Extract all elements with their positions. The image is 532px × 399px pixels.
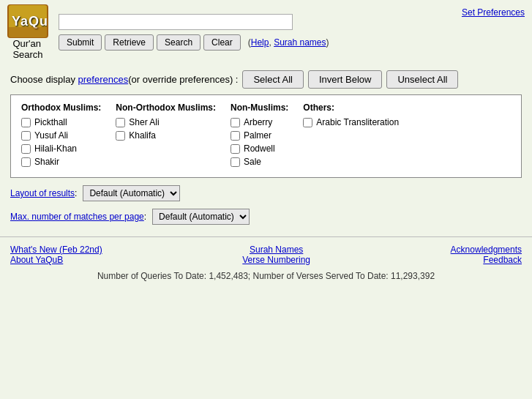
palmer-label[interactable]: Palmer: [231, 130, 288, 141]
footer-right: Acknowledgments Feedback: [451, 245, 522, 265]
whats-new-link[interactable]: What's New (Feb 22nd): [10, 245, 102, 255]
hilali-checkbox[interactable]: [21, 144, 31, 154]
non-muslims-col: Non-Muslims: Arberry Palmer Rodwell Sale: [231, 102, 288, 170]
matches-row: Max. number of matches per page : Defaul…: [10, 209, 522, 225]
translators-box: Orthodox Muslims: Pickthall Yusuf Ali Hi…: [10, 94, 522, 178]
pickthall-checkbox[interactable]: [21, 118, 31, 127]
invert-below-button[interactable]: Invert Below: [308, 70, 383, 89]
layout-colon: :: [75, 188, 77, 198]
clear-button[interactable]: Clear: [203, 34, 241, 51]
acknowledgments-link[interactable]: Acknowledgments: [451, 245, 522, 255]
retrieve-button[interactable]: Retrieve: [105, 34, 154, 51]
svg-rect-2: [9, 27, 47, 37]
search-button[interactable]: Search: [157, 34, 201, 51]
hilali-label[interactable]: Hilali-Khan: [21, 143, 101, 154]
svg-text:YaQuB: YaQuB: [12, 14, 47, 29]
orthodox-col: Orthodox Muslims: Pickthall Yusuf Ali Hi…: [21, 102, 101, 170]
others-heading: Others:: [303, 102, 399, 113]
matches-select[interactable]: Default (Automatic) 10 25 50 100: [152, 209, 250, 225]
khalifa-checkbox[interactable]: [116, 131, 125, 141]
footer-links: What's New (Feb 22nd) About YaQuB Surah …: [0, 236, 532, 268]
footer-mid: Surah Names Verse Numbering: [242, 245, 310, 265]
feedback-link[interactable]: Feedback: [483, 255, 522, 265]
rodwell-checkbox[interactable]: [231, 144, 240, 154]
layout-row: Layout of results : Default (Automatic) …: [10, 185, 522, 201]
preferences-area: Choose display preferences (or override …: [0, 64, 532, 231]
unselect-all-button[interactable]: Unselect All: [386, 70, 458, 89]
footer-stats: Number of Queries To Date: 1,452,483; Nu…: [0, 268, 532, 288]
yusufali-label[interactable]: Yusuf Ali: [21, 130, 101, 141]
choose-display-text: Choose display: [10, 74, 75, 85]
sherali-checkbox[interactable]: [116, 118, 125, 127]
search-bar: Submit Retrieve Search Clear (Help, Sura…: [59, 14, 329, 51]
arabic-transliteration-checkbox[interactable]: [303, 118, 312, 127]
non-orthodox-heading: Non-Orthodox Muslims:: [116, 102, 216, 113]
arberry-checkbox[interactable]: [231, 118, 240, 127]
orthodox-heading: Orthodox Muslims:: [21, 102, 101, 113]
set-preferences-area: Set Preferences: [462, 7, 525, 18]
header: YaQuB Qur'an Search Submit Retrieve Sear…: [0, 0, 532, 64]
non-orthodox-col: Non-Orthodox Muslims: Sher Ali Khalifa: [116, 102, 216, 170]
sale-label[interactable]: Sale: [231, 157, 288, 167]
shakir-checkbox[interactable]: [21, 157, 31, 167]
verse-numbering-link[interactable]: Verse Numbering: [242, 255, 310, 265]
help-links: (Help, Surah names): [248, 37, 329, 48]
logo-subtitle: Qur'an Search: [12, 38, 42, 60]
select-all-button[interactable]: Select All: [242, 70, 303, 89]
surah-names-link[interactable]: Surah names: [274, 37, 326, 48]
search-input[interactable]: [59, 14, 293, 30]
sherali-label[interactable]: Sher Ali: [116, 117, 216, 127]
shakir-label[interactable]: Shakir: [21, 157, 101, 167]
palmer-checkbox[interactable]: [231, 131, 240, 141]
button-row: Submit Retrieve Search Clear (Help, Sura…: [59, 34, 329, 51]
matches-link[interactable]: Max. number of matches per page: [10, 212, 144, 222]
preferences-link[interactable]: preferences: [78, 74, 129, 85]
submit-button[interactable]: Submit: [59, 34, 102, 51]
others-col: Others: Arabic Transliteration: [303, 102, 399, 170]
sale-checkbox[interactable]: [231, 157, 240, 167]
logo-image: YaQuB: [7, 4, 48, 38]
surah-names-footer-link[interactable]: Surah Names: [250, 245, 303, 255]
matches-colon: :: [144, 212, 146, 222]
khalifa-label[interactable]: Khalifa: [116, 130, 216, 141]
non-muslims-heading: Non-Muslims:: [231, 102, 288, 113]
override-text: (or override preferences) :: [128, 74, 238, 85]
help-link[interactable]: Help: [251, 37, 269, 48]
logo-area: YaQuB Qur'an Search: [7, 4, 48, 60]
pref-header: Choose display preferences (or override …: [10, 70, 522, 89]
rodwell-label[interactable]: Rodwell: [231, 143, 288, 154]
layout-select[interactable]: Default (Automatic) Single Column Two Co…: [83, 185, 180, 201]
yusufali-checkbox[interactable]: [21, 131, 31, 141]
layout-link[interactable]: Layout of results: [10, 188, 75, 198]
arberry-label[interactable]: Arberry: [231, 117, 288, 127]
arabic-transliteration-label[interactable]: Arabic Transliteration: [303, 117, 399, 127]
set-preferences-link[interactable]: Set Preferences: [462, 7, 525, 18]
pickthall-label[interactable]: Pickthall: [21, 117, 101, 127]
about-link[interactable]: About YaQuB: [10, 255, 63, 265]
footer-left: What's New (Feb 22nd) About YaQuB: [10, 245, 102, 265]
